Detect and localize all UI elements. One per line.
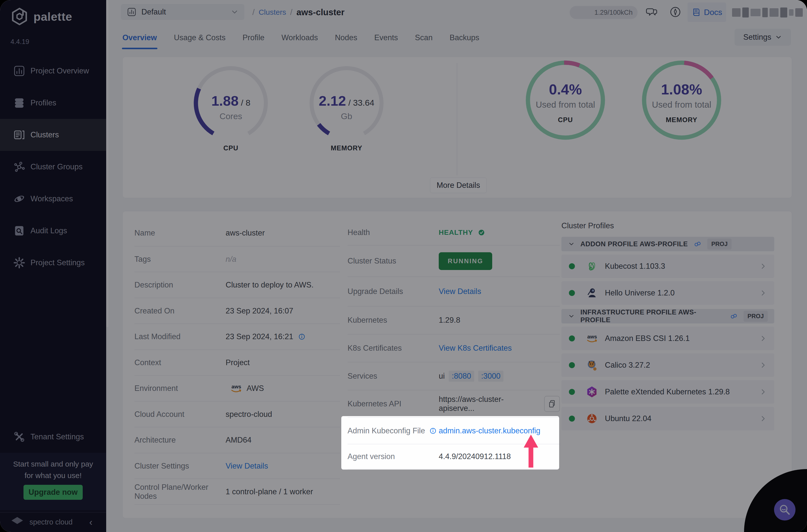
profile-section-header[interactable]: INFRASTRUCTURE PROFILE AWS-PROFILEPROJ: [561, 309, 774, 323]
sidebar-scrollbar[interactable]: [106, 0, 109, 327]
tab-events[interactable]: Events: [374, 26, 398, 49]
more-details-button[interactable]: More Details: [430, 177, 487, 193]
donut-label: MEMORY: [640, 116, 723, 124]
middle-row: Servicesui:8080:3000: [348, 362, 560, 390]
sidebar-item-project-settings[interactable]: Project Settings: [0, 247, 106, 279]
upgrade-now-button[interactable]: Upgrade now: [23, 485, 83, 500]
detail-value: RUNNING: [439, 252, 492, 270]
svg-text:aws: aws: [587, 334, 597, 339]
profile-pack-item[interactable]: Palette eXtended Kubernetes 1.29.8: [561, 380, 774, 404]
services-prefix: ui: [439, 372, 445, 381]
sidebar-item-project-overview[interactable]: Project Overview: [0, 55, 106, 87]
tab-workloads[interactable]: Workloads: [281, 26, 319, 49]
profile-section-header[interactable]: ADDON PROFILE AWS-PROFILEPROJ: [561, 237, 774, 251]
topbar: Default / Clusters / aws-cluster 1.29/10…: [106, 0, 807, 24]
sidebar-item-label: Profiles: [31, 98, 56, 108]
left-row: ContextProject: [134, 349, 340, 375]
info-icon[interactable]: [429, 426, 437, 435]
detail-value: Project: [226, 358, 249, 367]
sidebar-item-profiles[interactable]: Profiles: [0, 87, 106, 119]
donut-caption: Used from total: [640, 100, 723, 110]
gauge-total: / 8: [239, 98, 250, 108]
tab-profile[interactable]: Profile: [242, 26, 265, 49]
donut-cpu: 0.4%Used from totalCPU: [524, 59, 607, 141]
sidebar-collapse-chevron-icon[interactable]: ‹: [89, 517, 92, 528]
tab-bar: OverviewUsage & CostsProfileWorkloadsNod…: [106, 24, 807, 51]
gauge-label: MEMORY: [306, 144, 387, 152]
detail-value: n/a: [226, 255, 236, 264]
left-row: Created On23 Sep 2024, 16:07: [134, 298, 340, 323]
detail-label: Last Modified: [134, 332, 226, 341]
tab-nodes[interactable]: Nodes: [334, 26, 358, 49]
project-settings-icon: [13, 256, 25, 269]
book-icon: [692, 7, 701, 17]
profile-pack-item[interactable]: Kubecost 1.103.3: [561, 254, 774, 278]
profile-section-title: ADDON PROFILE AWS-PROFILE: [580, 240, 688, 248]
palette-logo-icon: [10, 7, 29, 26]
sidebar-footer: spectro cloud ‹: [0, 512, 106, 532]
chevron-down-icon: [568, 313, 575, 320]
left-row: ArchitectureAMD64: [134, 427, 340, 453]
gauge-unit: Gb: [306, 111, 387, 121]
link-icon: [730, 312, 738, 320]
check-circle-icon: [477, 228, 486, 237]
aws-icon: aws: [585, 332, 598, 345]
pack-name: Palette eXtended Kubernetes 1.29.8: [605, 387, 753, 396]
sidebar-item-cluster-groups[interactable]: Cluster Groups: [0, 151, 106, 183]
view-details-link[interactable]: View Details: [439, 287, 481, 296]
calico-icon: [585, 359, 598, 372]
cluster-profiles-body: ADDON PROFILE AWS-PROFILEPROJKubecost 1.…: [561, 237, 774, 430]
detail-value: aws-cluster: [226, 229, 265, 238]
compass-icon[interactable]: [669, 5, 682, 18]
profile-pack-item[interactable]: awsAmazon EBS CSI 1.26.1: [561, 327, 774, 350]
ubuntu-icon: [585, 412, 598, 425]
usage-credits-pill: 1.29/100kCh: [570, 6, 638, 19]
service-port-link[interactable]: :3000: [478, 370, 504, 382]
info-icon[interactable]: [297, 332, 306, 341]
profile-pack-item[interactable]: Hello Universe 1.2.0: [561, 281, 774, 305]
kubeconfig-link[interactable]: admin.aws-cluster.kubeconfig: [439, 426, 540, 435]
copy-button[interactable]: [544, 396, 560, 412]
view-details-link[interactable]: View K8s Certificates: [439, 344, 512, 353]
pack-name: Calico 3.27.2: [605, 361, 753, 370]
tab-usage-costs[interactable]: Usage & Costs: [173, 26, 226, 49]
pack-name: Amazon EBS CSI 1.26.1: [605, 334, 753, 343]
search-fab-button[interactable]: [774, 499, 795, 520]
profile-pack-item[interactable]: Ubuntu 22.04: [561, 407, 774, 430]
tab-scan[interactable]: Scan: [414, 26, 433, 49]
breadcrumb-clusters-link[interactable]: Clusters: [259, 8, 286, 17]
docs-button[interactable]: Docs: [688, 2, 726, 22]
tab-backups[interactable]: Backups: [449, 26, 480, 49]
sidebar-item-tenant-settings[interactable]: Tenant Settings: [0, 421, 106, 453]
breadcrumb: / Clusters / aws-cluster: [252, 0, 344, 24]
detail-label: Context: [134, 358, 226, 367]
project-selector[interactable]: Default: [121, 4, 244, 20]
detail-label: Upgrade Details: [348, 287, 439, 296]
cluster-groups-icon: [13, 160, 25, 173]
palette-logo: palette: [10, 7, 72, 26]
profile-pack-item[interactable]: Calico 3.27.2: [561, 354, 774, 377]
cluster-details-card: Nameaws-clusterTagsn/aDescriptionCluster…: [123, 211, 792, 518]
chat-icon[interactable]: [645, 5, 658, 18]
service-port-link[interactable]: :8080: [449, 370, 474, 382]
svg-text:aws: aws: [231, 384, 241, 390]
detail-value: Cluster to deploy to AWS.: [226, 281, 314, 289]
sidebar-item-clusters[interactable]: Clusters: [0, 119, 106, 151]
chevron-down-icon: [775, 34, 782, 41]
left-row: Cluster SettingsView Details: [134, 453, 340, 478]
usage-overview-card: 1.88 / 8CoresCPU 2.12 / 33.64GbMEMORY 0.…: [123, 57, 792, 198]
detail-label: Agent version: [348, 452, 439, 461]
upgrade-promo: Start small and only pay for what you us…: [0, 453, 106, 510]
cluster-status-badge: RUNNING: [439, 252, 492, 270]
view-details-link[interactable]: View Details: [226, 461, 268, 471]
sidebar-item-workspaces[interactable]: Workspaces: [0, 183, 106, 215]
link-icon: [693, 240, 702, 248]
kubecost-icon: [585, 260, 598, 273]
scope-badge: PROJ: [744, 311, 768, 322]
donut-percent: 1.08%: [640, 81, 723, 98]
chevron-right-icon: [759, 415, 767, 422]
docs-label: Docs: [704, 8, 722, 17]
tab-overview[interactable]: Overview: [122, 26, 157, 49]
settings-button[interactable]: Settings: [734, 29, 791, 46]
sidebar-item-audit-logs[interactable]: Audit Logs: [0, 215, 106, 247]
